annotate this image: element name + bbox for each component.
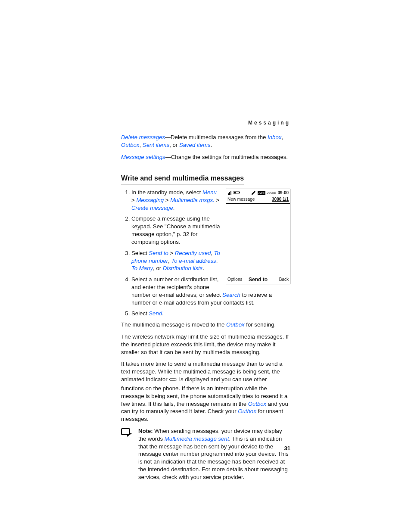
- text: ,: [216, 258, 218, 264]
- running-header: Messaging: [121, 120, 290, 126]
- battery-icon: [234, 191, 240, 195]
- softkey-left: Options: [227, 277, 248, 283]
- text: Select: [131, 250, 149, 256]
- phone-title-bar: New message 3000 1/1: [226, 196, 290, 204]
- text: —Delete multimedia messages from the: [165, 134, 268, 140]
- text: .: [202, 265, 204, 271]
- svg-rect-2: [230, 191, 231, 195]
- text: .: [173, 205, 175, 211]
- outbox-link-4[interactable]: Outbox: [238, 408, 256, 414]
- size-indicator: 299kB: [267, 191, 277, 195]
- note-text: Note: When sending messages, your device…: [138, 427, 290, 481]
- menu-link[interactable]: Menu: [202, 189, 217, 196]
- network-limit-para: The wireless network may limit the size …: [121, 333, 290, 356]
- step-5: Select Send.: [131, 310, 290, 317]
- to-email-address-link[interactable]: To e-mail address: [171, 258, 216, 264]
- text: . This is an indication that the message…: [138, 436, 289, 480]
- svg-rect-1: [229, 192, 230, 195]
- phone-title-left: New message: [227, 196, 255, 202]
- softkey-right: Back: [268, 277, 289, 283]
- send-link[interactable]: Send: [149, 310, 162, 317]
- svg-rect-6: [121, 429, 130, 435]
- inbox-link[interactable]: Inbox: [268, 134, 281, 140]
- section-heading: Write and send multimedia messages: [121, 174, 244, 184]
- outbox-link-2[interactable]: Outbox: [226, 321, 245, 328]
- text: , or: [169, 142, 179, 148]
- svg-rect-0: [228, 193, 229, 195]
- text: .: [162, 310, 164, 317]
- multimedia-msgs-link[interactable]: Multimedia msgs.: [170, 197, 215, 203]
- text: The multimedia message is moved to the: [121, 321, 226, 328]
- text: Select: [131, 310, 149, 317]
- sending-time-para: It takes more time to send a multimedia …: [121, 360, 290, 423]
- sent-items-link[interactable]: Sent items: [143, 142, 169, 148]
- phone-screenshot: Abc 299kB 09:00 New message 3000 1/1 Opt…: [226, 189, 290, 284]
- text: , or: [153, 265, 163, 271]
- text: >: [164, 197, 170, 203]
- text: for sending.: [245, 321, 276, 328]
- distribution-lists-link[interactable]: Distribution lists: [163, 265, 202, 271]
- message-settings-para: Message settings—Change the settings for…: [121, 153, 290, 161]
- time-indicator: 09:00: [277, 191, 289, 195]
- softkey-center: Send to: [248, 276, 268, 283]
- text: .: [210, 142, 212, 148]
- message-settings-link[interactable]: Message settings: [121, 154, 165, 160]
- text: —Change the settings for multimedia mess…: [165, 154, 288, 160]
- signal-icon: [227, 190, 232, 196]
- saved-items-link[interactable]: Saved items: [179, 142, 211, 148]
- search-link[interactable]: Search: [222, 292, 240, 298]
- text: >: [131, 197, 136, 203]
- text: ,: [281, 134, 283, 140]
- messaging-link[interactable]: Messaging: [136, 197, 164, 203]
- text: Select a number or distribution list, an…: [131, 276, 222, 298]
- pencil-icon: [251, 190, 256, 196]
- outbox-link[interactable]: Outbox: [121, 142, 140, 148]
- phone-status-bar: Abc 299kB 09:00: [226, 189, 290, 196]
- text: In the standby mode, select: [131, 189, 202, 196]
- outbox-link-3[interactable]: Outbox: [248, 401, 267, 407]
- page-number: 31: [284, 445, 290, 451]
- to-many-link[interactable]: To Many: [131, 265, 153, 271]
- text: >: [215, 197, 219, 203]
- moved-to-outbox-para: The multimedia message is moved to the O…: [121, 321, 290, 329]
- phone-softkeys: Options Send to Back: [226, 275, 290, 284]
- multimedia-message-sent-link[interactable]: Multimedia message sent: [165, 436, 229, 442]
- svg-rect-4: [239, 192, 240, 193]
- text: ,: [211, 250, 214, 256]
- note-icon: [121, 427, 133, 481]
- svg-rect-5: [234, 192, 236, 193]
- animated-indicator-icon: [169, 376, 177, 385]
- delete-messages-para: Delete messages—Delete multimedia messag…: [121, 134, 290, 149]
- note-label: Note:: [138, 428, 153, 434]
- send-to-link[interactable]: Send to: [149, 250, 168, 256]
- create-message-link[interactable]: Create message: [131, 205, 173, 211]
- phone-title-right: 3000 1/1: [272, 196, 289, 202]
- delete-messages-link[interactable]: Delete messages: [121, 134, 165, 140]
- text: ,: [140, 142, 143, 148]
- abc-indicator: Abc: [258, 191, 265, 195]
- note-block: Note: When sending messages, your device…: [121, 427, 290, 481]
- recently-used-link[interactable]: Recently used: [175, 250, 211, 256]
- phone-body: [226, 204, 290, 275]
- text: >: [168, 250, 175, 256]
